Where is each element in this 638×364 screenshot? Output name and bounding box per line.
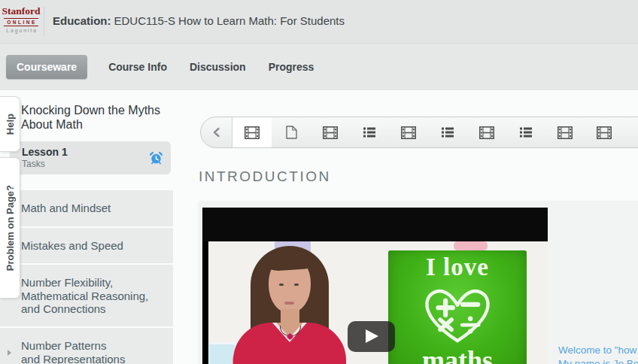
unit-tab-list-icon[interactable] <box>350 117 389 147</box>
course-page: Stanford ONLINE Lagunita Education:EDUC1… <box>0 0 638 364</box>
sequence-nav <box>200 117 638 148</box>
sidebar-item-mistakes-and-speed[interactable]: Mistakes and Speed <box>0 228 173 263</box>
chevron-right-icon <box>8 350 11 356</box>
video-player[interactable]: I love maths <box>202 208 548 364</box>
i-love-maths-sign: I love maths <box>388 250 527 364</box>
video-icon <box>557 126 573 139</box>
sequence-units <box>232 117 638 147</box>
unit-tab-list-icon[interactable] <box>506 117 545 147</box>
logo-stanford-text: Stanford <box>1 5 41 17</box>
unit-tab-video-icon[interactable] <box>585 117 624 147</box>
course-outline-sidebar: Knocking Down the Myths About Math Lesso… <box>0 90 173 364</box>
tab-discussion[interactable]: Discussion <box>188 55 248 79</box>
background-prop <box>454 241 488 250</box>
header-divider <box>44 7 44 36</box>
help-tab-label: Help <box>5 114 16 135</box>
list-icon <box>520 127 532 138</box>
transcript-line[interactable]: Welcome to "how t <box>558 344 638 357</box>
video-scene: I love maths <box>208 241 548 364</box>
chapter-title[interactable]: Knocking Down the Myths About Math <box>0 90 173 132</box>
sign-text-top: I love <box>388 253 527 281</box>
site-header: Stanford ONLINE Lagunita Education:EDUC1… <box>0 0 638 43</box>
lesson-title: Lesson 1 <box>22 146 148 158</box>
list-icon <box>442 127 454 138</box>
course-title: Education:EDUC115-S How to Learn Math: F… <box>53 14 345 27</box>
course-name: EDUC115-S How to Learn Math: For Student… <box>114 14 345 27</box>
course-org-label: Education: <box>53 14 111 27</box>
help-tab[interactable]: Help <box>0 96 20 152</box>
sidebar-item-number-flexibility[interactable]: Number Flexibility, Mathematical Reasoni… <box>0 265 173 326</box>
sign-text-bottom: maths <box>388 344 527 364</box>
tab-courseware[interactable]: Courseware <box>6 55 87 79</box>
video-block: I love maths <box>198 201 638 364</box>
course-nav: Courseware Course Info Discussion Progre… <box>0 43 638 90</box>
video-icon <box>323 126 338 139</box>
tab-course-info[interactable]: Course Info <box>107 55 169 79</box>
unit-tab-document-icon[interactable] <box>272 117 311 147</box>
unit-tab-video-icon[interactable] <box>467 117 506 147</box>
unit-tab-video-icon[interactable] <box>389 117 428 147</box>
play-button[interactable] <box>348 321 395 352</box>
unit-tab-video-icon[interactable] <box>311 117 350 147</box>
video-icon <box>245 126 260 139</box>
heart-math-icon <box>388 281 527 347</box>
sidebar-item-number-patterns[interactable]: Number Patterns and Representations <box>0 328 173 364</box>
video-letterbox <box>202 208 548 241</box>
list-icon <box>363 127 375 138</box>
tab-progress[interactable]: Progress <box>267 55 316 79</box>
previous-button[interactable] <box>201 117 232 147</box>
unit-tab-video-icon[interactable] <box>545 117 585 147</box>
video-icon <box>479 126 494 139</box>
problem-on-page-tab[interactable]: Problem on Page? <box>0 157 20 299</box>
section-list: Math and Mindset Mistakes and Speed Numb… <box>0 190 173 364</box>
sidebar-item-lesson-1[interactable]: Lesson 1 Tasks <box>10 141 171 174</box>
transcript-panel: Welcome to "how t My name is Jo Boa <box>558 344 638 364</box>
video-icon <box>597 126 612 139</box>
presenter-eye <box>279 284 284 286</box>
logo-online-text: ONLINE <box>4 18 38 26</box>
video-icon <box>401 126 416 139</box>
transcript-line[interactable]: My name is Jo Boa <box>558 357 638 364</box>
chevron-left-icon <box>212 127 221 138</box>
problem-tab-label: Problem on Page? <box>5 185 16 271</box>
stanford-online-logo[interactable]: Stanford ONLINE Lagunita <box>1 5 41 33</box>
document-icon <box>286 126 297 139</box>
presenter-eye <box>294 284 299 286</box>
logo-lagunita-text: Lagunita <box>1 28 41 33</box>
sidebar-item-math-and-mindset[interactable]: Math and Mindset <box>0 190 173 226</box>
unit-title: INTRODUCTION <box>199 168 331 185</box>
alarm-clock-icon <box>150 152 163 165</box>
unit-tab-video-icon[interactable] <box>232 117 272 147</box>
presenter-mouth <box>284 302 294 305</box>
unit-tab-list-icon[interactable] <box>428 117 467 147</box>
lesson-subtitle: Tasks <box>22 159 148 169</box>
